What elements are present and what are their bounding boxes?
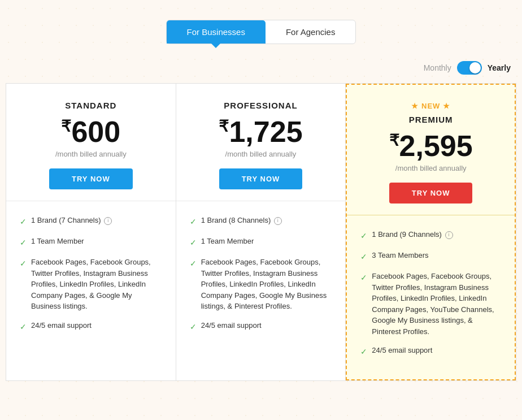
- list-item: ✓ 24/5 email support: [360, 345, 501, 358]
- info-icon[interactable]: i: [274, 217, 282, 225]
- plan-features-standard: ✓ 1 Brand (7 Channels) i ✓ 1 Team Member…: [6, 201, 176, 354]
- currency-premium: ₹: [389, 132, 399, 149]
- check-icon: ✓: [20, 216, 27, 228]
- list-item: ✓ 1 Brand (8 Channels) i: [190, 215, 332, 228]
- plan-price-professional: ₹1,725: [190, 117, 332, 146]
- monthly-label: Monthly: [424, 63, 451, 72]
- new-badge: ★ NEW ★: [360, 102, 501, 110]
- list-item: ✓ 24/5 email support: [190, 320, 332, 333]
- list-item: ✓ 1 Brand (9 Channels) i: [360, 229, 501, 242]
- plan-name-professional: PROFESSIONAL: [190, 101, 332, 110]
- plan-name-premium: PREMIUM: [360, 115, 501, 124]
- try-button-premium[interactable]: TRY NOW: [389, 183, 473, 203]
- check-icon: ✓: [360, 272, 367, 284]
- plan-card-professional: PROFESSIONAL ₹1,725 /month billed annual…: [176, 84, 346, 380]
- plan-header-premium: ★ NEW ★ PREMIUM ₹2,595 /month billed ann…: [347, 85, 515, 215]
- plan-card-standard: STANDARD ₹600 /month billed annually TRY…: [6, 84, 176, 380]
- plan-billing-standard: /month billed annually: [20, 150, 162, 158]
- plan-features-premium: ✓ 1 Brand (9 Channels) i ✓ 3 Team Member…: [347, 215, 515, 379]
- check-icon: ✓: [360, 230, 367, 242]
- list-item: ✓ 1 Team Member: [20, 236, 162, 249]
- list-item: ✓ 3 Team Members: [360, 250, 501, 263]
- check-icon: ✓: [190, 237, 197, 249]
- plan-header-standard: STANDARD ₹600 /month billed annually TRY…: [6, 84, 176, 201]
- plan-card-premium: ★ NEW ★ PREMIUM ₹2,595 /month billed ann…: [346, 84, 516, 380]
- plan-billing-professional: /month billed annually: [190, 150, 332, 158]
- check-icon: ✓: [20, 321, 27, 333]
- billing-toggle[interactable]: [457, 61, 482, 75]
- plan-name-standard: STANDARD: [20, 101, 162, 110]
- plan-price-standard: ₹600: [20, 117, 162, 146]
- check-icon: ✓: [20, 237, 27, 249]
- list-item: ✓ 24/5 email support: [20, 320, 162, 333]
- info-icon[interactable]: i: [445, 231, 453, 239]
- check-icon: ✓: [190, 216, 197, 228]
- check-icon: ✓: [190, 258, 197, 270]
- try-button-professional[interactable]: TRY NOW: [219, 168, 303, 189]
- plan-billing-premium: /month billed annually: [360, 164, 501, 172]
- list-item: ✓ Facebook Pages, Facebook Groups, Twitt…: [360, 271, 501, 337]
- tab-section: For Businesses For Agencies: [0, 0, 522, 55]
- try-button-standard[interactable]: TRY NOW: [49, 168, 133, 189]
- yearly-label: Yearly: [488, 63, 511, 72]
- currency-standard: ₹: [61, 118, 71, 135]
- plan-header-professional: PROFESSIONAL ₹1,725 /month billed annual…: [176, 84, 346, 201]
- list-item: ✓ 1 Team Member: [190, 236, 332, 249]
- toggle-knob: [469, 62, 481, 73]
- list-item: ✓ 1 Brand (7 Channels) i: [20, 215, 162, 228]
- plans-grid: STANDARD ₹600 /month billed annually TRY…: [6, 83, 516, 381]
- tab-for-businesses[interactable]: For Businesses: [167, 20, 266, 44]
- list-item: ✓ Facebook Pages, Facebook Groups, Twitt…: [190, 257, 332, 312]
- tab-for-agencies[interactable]: For Agencies: [266, 20, 356, 44]
- page-wrapper: For Businesses For Agencies Monthly Year…: [0, 0, 522, 420]
- tab-container: For Businesses For Agencies: [166, 20, 356, 44]
- check-icon: ✓: [190, 321, 197, 333]
- check-icon: ✓: [20, 258, 27, 270]
- list-item: ✓ Facebook Pages, Facebook Groups, Twitt…: [20, 257, 162, 312]
- check-icon: ✓: [360, 251, 367, 263]
- currency-professional: ₹: [219, 118, 229, 135]
- plan-features-professional: ✓ 1 Brand (8 Channels) i ✓ 1 Team Member…: [176, 201, 346, 354]
- info-icon[interactable]: i: [104, 217, 112, 225]
- check-icon: ✓: [360, 346, 367, 358]
- plan-price-premium: ₹2,595: [360, 131, 501, 161]
- toggle-section: Monthly Yearly: [0, 55, 522, 83]
